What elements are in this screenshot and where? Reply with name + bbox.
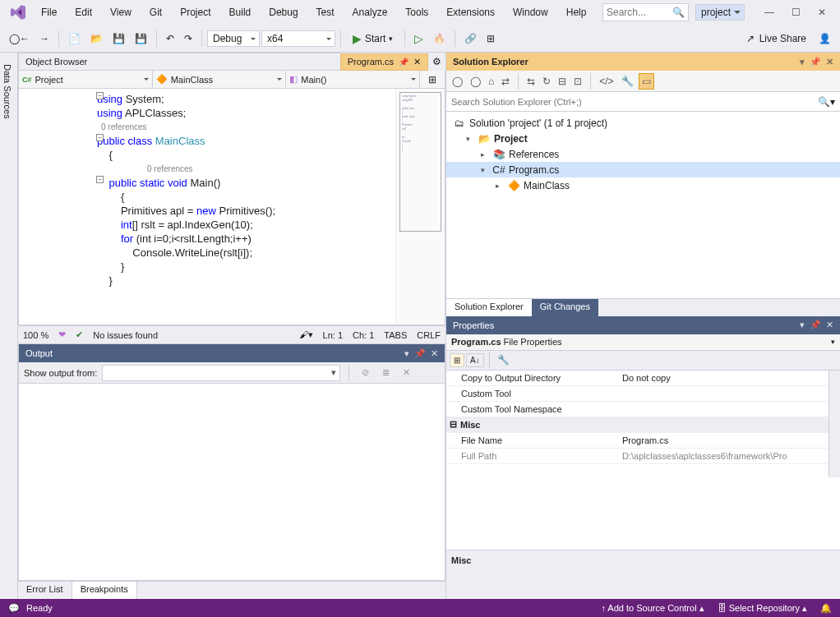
se-showall-button[interactable]: ⊡ — [571, 74, 584, 89]
menu-git[interactable]: Git — [141, 3, 170, 21]
scrollbar[interactable] — [828, 371, 840, 477]
tree-item[interactable]: ▸📚References — [446, 146, 840, 162]
menu-edit[interactable]: Edit — [67, 3, 100, 21]
fold-button[interactable]: − — [96, 92, 104, 99]
property-row[interactable]: Full PathD:\aplclasses\aplclasses6\frame… — [446, 449, 840, 464]
property-row[interactable]: Custom Tool — [446, 386, 840, 402]
notifications-button[interactable]: 🔔 — [820, 603, 832, 614]
se-tab-explorer[interactable]: Solution Explorer — [446, 299, 532, 316]
nav-class-combo[interactable]: 🔶 MainClass — [153, 71, 287, 88]
panel-dropdown-icon[interactable]: ▾ — [800, 320, 805, 330]
menu-build[interactable]: Build — [221, 3, 260, 21]
hot-reload-button[interactable]: 🔥 — [429, 30, 450, 47]
panel-dropdown-icon[interactable]: ▾ — [800, 57, 805, 67]
se-fwd-button[interactable]: ◯ — [468, 74, 483, 89]
property-row[interactable]: Copy to Output DirectoryDo not copy — [446, 371, 840, 386]
expander-icon[interactable]: ▾ — [466, 135, 474, 143]
panel-dropdown-icon[interactable]: ▾ — [404, 348, 409, 359]
browser-link-button[interactable]: 🔗 — [460, 30, 481, 47]
minimize-button[interactable]: — — [761, 4, 778, 21]
code-editor[interactable]: −using System;using APLClasses;0 referen… — [18, 89, 445, 325]
menu-analyze[interactable]: Analyze — [344, 3, 396, 21]
close-tab-icon[interactable]: ✕ — [413, 57, 421, 67]
panel-close-icon[interactable]: ✕ — [826, 320, 833, 330]
props-alpha-button[interactable]: A↓ — [466, 353, 484, 367]
tree-item[interactable]: ▾C#Program.cs — [446, 162, 840, 177]
chat-icon[interactable]: 💬 — [8, 603, 20, 614]
editor-tab-program[interactable]: Program.cs 📌 ✕ — [340, 53, 428, 71]
close-button[interactable]: ✕ — [814, 4, 830, 21]
nav-member-combo[interactable]: ◧ Main() — [286, 71, 420, 88]
undo-button[interactable]: ↶ — [162, 30, 178, 47]
error-list-tab[interactable]: Error List — [18, 582, 72, 599]
crlf-indicator[interactable]: CRLF — [417, 330, 441, 340]
project-selector[interactable]: project — [695, 4, 745, 21]
fold-button[interactable]: − — [96, 176, 104, 183]
save-all-button[interactable]: 💾 — [131, 30, 151, 47]
se-properties-button[interactable]: 🔧 — [619, 74, 636, 89]
prop-value[interactable]: Program.cs — [619, 435, 840, 445]
expander-icon[interactable]: ▾ — [481, 166, 489, 174]
menu-tools[interactable]: Tools — [397, 3, 436, 21]
pin-icon[interactable]: 📌 — [399, 58, 408, 67]
start-button[interactable]: ▶ Start ▾ — [346, 30, 399, 48]
split-editor-button[interactable]: ⊞ — [420, 71, 445, 88]
panel-close-icon[interactable]: ✕ — [431, 348, 438, 359]
prop-value[interactable]: Do not copy — [619, 373, 840, 383]
panel-pin-icon[interactable]: 📌 — [810, 57, 821, 67]
se-refresh-button[interactable]: ↻ — [540, 74, 553, 89]
title-search-input[interactable] — [607, 7, 672, 18]
properties-grid[interactable]: Copy to Output DirectoryDo not copyCusto… — [446, 371, 840, 550]
menu-debug[interactable]: Debug — [261, 3, 306, 21]
panel-close-icon[interactable]: ✕ — [826, 57, 833, 67]
code-lens-references[interactable]: 0 references — [19, 120, 395, 134]
menu-project[interactable]: Project — [172, 3, 219, 21]
menu-view[interactable]: View — [102, 3, 140, 21]
brush-icon[interactable]: 🖌▾ — [299, 329, 313, 340]
config-combo[interactable]: Debug — [207, 30, 260, 47]
se-home-button[interactable]: ⌂ — [486, 74, 496, 89]
issues-status[interactable]: No issues found — [93, 330, 158, 340]
menu-test[interactable]: Test — [308, 3, 343, 21]
search-icon[interactable]: 🔍▾ — [818, 96, 835, 108]
props-categorized-button[interactable]: ⊞ — [450, 353, 464, 367]
se-back-button[interactable]: ◯ — [450, 74, 465, 89]
se-preview-button[interactable]: ▭ — [639, 73, 654, 90]
solution-tree[interactable]: 🗂 Solution 'project' (1 of 1 project) ▾📂… — [446, 112, 840, 298]
add-source-control-button[interactable]: ↑ Add to Source Control ▴ — [601, 603, 704, 614]
se-collapse-button[interactable]: ⊟ — [556, 74, 569, 89]
props-wrench-button[interactable]: 🔧 — [495, 352, 512, 367]
maximize-button[interactable]: ☐ — [787, 4, 804, 21]
zoom-level[interactable]: 100 % — [23, 330, 48, 340]
menu-extensions[interactable]: Extensions — [438, 3, 503, 21]
prop-category-misc[interactable]: ⊟ Misc — [446, 417, 840, 433]
tree-solution[interactable]: 🗂 Solution 'project' (1 of 1 project) — [446, 115, 840, 131]
code-lens-references[interactable]: 0 references — [19, 162, 395, 176]
layout-button[interactable]: ⊞ — [482, 30, 499, 47]
redo-button[interactable]: ↷ — [180, 30, 196, 47]
breakpoints-tab[interactable]: Breakpoints — [72, 582, 137, 599]
property-row[interactable]: File NameProgram.cs — [446, 433, 840, 449]
start-without-debug-button[interactable]: ▷ — [410, 30, 427, 48]
title-search[interactable]: 🔍 — [602, 3, 689, 21]
tree-item[interactable]: ▾📂Project — [446, 131, 840, 146]
se-tab-git[interactable]: Git Changes — [532, 299, 598, 316]
tree-item[interactable]: ▸🔶MainClass — [446, 177, 840, 193]
select-repo-button[interactable]: 🗄 Select Repository ▴ — [718, 603, 807, 614]
properties-subject[interactable]: Program.cs File Properties ▾ — [446, 334, 840, 351]
nav-scope-combo[interactable]: C# Project — [19, 71, 153, 88]
fold-button[interactable]: − — [96, 134, 104, 141]
output-body[interactable] — [19, 384, 445, 580]
expander-icon[interactable]: ▸ — [481, 150, 489, 159]
data-sources-tab[interactable]: Data Sources — [0, 58, 15, 599]
output-clear-button[interactable]: ⊘ — [358, 365, 373, 380]
feedback-button[interactable]: 👤 — [815, 30, 835, 47]
expander-icon[interactable]: ▸ — [496, 182, 504, 190]
tab-overflow-button[interactable]: ⚙ — [428, 53, 445, 70]
panel-pin-icon[interactable]: 📌 — [810, 320, 821, 330]
menu-help[interactable]: Help — [558, 3, 595, 21]
open-button[interactable]: 📂 — [86, 30, 107, 47]
se-sync-button[interactable]: ⇆ — [524, 74, 538, 89]
se-search-input[interactable] — [451, 97, 818, 107]
platform-combo[interactable]: x64 — [261, 30, 335, 47]
